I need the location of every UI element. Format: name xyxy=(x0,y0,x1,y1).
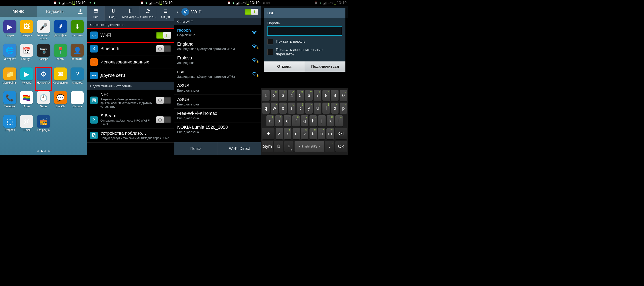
key-t[interactable]: t{ xyxy=(296,103,304,114)
app-chaton[interactable]: 💬ChatON xyxy=(52,91,69,114)
row-more-networks[interactable]: Другие сети xyxy=(87,69,174,82)
download-button[interactable] xyxy=(74,6,87,17)
key-h[interactable]: h♪ xyxy=(310,115,317,126)
settings-tab-0[interactable]: ния xyxy=(87,6,104,21)
key-2[interactable]: 2@ xyxy=(271,90,278,101)
app-галерея[interactable]: 🖼Галерея xyxy=(18,20,35,43)
cancel-button[interactable]: Отмена xyxy=(264,62,304,72)
app-часы[interactable]: 🕙Часы xyxy=(35,91,52,114)
key-y[interactable]: y} xyxy=(305,103,313,114)
key-9[interactable]: 9( xyxy=(331,90,339,101)
shift-key[interactable] xyxy=(262,128,274,139)
app-chrome[interactable]: ◉Chrome xyxy=(69,91,86,114)
period-key[interactable]: .… xyxy=(325,141,334,152)
key-1[interactable]: 1! xyxy=(262,90,270,101)
show-password-row[interactable]: Показать пароль xyxy=(267,39,342,45)
key-q[interactable]: q` xyxy=(262,103,270,114)
key-b[interactable]: b® xyxy=(310,128,317,139)
password-input[interactable] xyxy=(267,27,342,36)
row-sbeam[interactable]: S BeamОтправить файлы через NFC и Wi-Fi … xyxy=(87,111,174,129)
tab-widgets[interactable]: Виджеты xyxy=(37,6,74,17)
network-row[interactable]: nsdЗащищенная (Доступен протокол WPS)🔒 xyxy=(174,67,261,81)
key-n[interactable]: n¿ xyxy=(318,128,325,139)
key-a[interactable]: a| xyxy=(266,115,274,126)
nfc-toggle[interactable] xyxy=(156,97,171,104)
network-row[interactable]: FrolovaЗащищенная🔒 xyxy=(174,53,261,67)
key-c[interactable]: c÷ xyxy=(292,128,300,139)
key-j[interactable]: j• xyxy=(318,115,326,126)
app-телефон[interactable]: 📞Телефон xyxy=(1,91,18,114)
app-загрузки[interactable]: ⬇Загрузки xyxy=(69,20,86,43)
network-row[interactable]: racoonПодключено xyxy=(174,26,261,39)
row-bluetooth[interactable]: Bluetooth xyxy=(87,42,174,55)
app-fm-радио[interactable]: 📻FM-радио xyxy=(35,114,52,138)
app-e-mail[interactable]: @E-mail xyxy=(18,114,35,138)
row-wifi[interactable]: Wi-Fi xyxy=(87,29,174,42)
tab-menu[interactable]: Меню xyxy=(0,6,37,17)
app-камера[interactable]: 📷Камера xyxy=(35,43,52,67)
settings-tab-2[interactable]: Мое устро… xyxy=(122,6,139,21)
app-голосовой-поиск[interactable]: 🎤Голосовой поиск xyxy=(35,20,52,43)
space-key[interactable]: ◂ English(UK) ▸ xyxy=(294,141,324,152)
wifi-toggle[interactable] xyxy=(156,32,171,39)
ok-key[interactable]: OK xyxy=(336,141,347,152)
key-r[interactable]: r＼ xyxy=(288,103,296,114)
key-0[interactable]: 0) xyxy=(340,90,347,101)
row-nfc[interactable]: NFCРазрешить обмен данными при прикоснов… xyxy=(87,90,174,111)
app-карты[interactable]: 📍Карты xyxy=(52,43,69,67)
app-dropbox[interactable]: ⬚Dropbox xyxy=(1,114,18,138)
key-3[interactable]: 3# xyxy=(279,90,287,101)
key-d[interactable]: d€ xyxy=(284,115,291,126)
key-7[interactable]: 7& xyxy=(314,90,321,101)
network-row[interactable]: Free-Wi-Fi-KinomaxВне диапазона xyxy=(174,109,261,122)
key-k[interactable]: k※ xyxy=(327,115,334,126)
mic-key[interactable]: ⚙ xyxy=(284,141,294,152)
app-музыка[interactable]: ▶Музыка xyxy=(18,67,35,91)
sbeam-toggle[interactable] xyxy=(156,116,171,123)
key-8[interactable]: 8* xyxy=(322,90,330,101)
app-кальку-[interactable]: 📅Кальку… xyxy=(18,43,35,67)
connect-button[interactable]: Подключиться xyxy=(304,62,346,72)
row-data-usage[interactable]: Использование данных xyxy=(87,55,174,69)
app-мои-файлы[interactable]: 📁Мои файлы xyxy=(1,67,18,91)
key-u[interactable]: u[ xyxy=(314,103,321,114)
network-row[interactable]: EnglandЗащищенная (Доступен протокол WPS… xyxy=(174,39,261,53)
wifi-direct-button[interactable]: Wi-Fi Direct xyxy=(218,142,261,155)
network-row[interactable]: ASUSВне диапазона xyxy=(174,95,261,109)
backspace-key[interactable] xyxy=(335,128,348,139)
key-v[interactable]: v© xyxy=(301,128,308,139)
key-s[interactable]: s$ xyxy=(275,115,283,126)
key-z[interactable]: z_ xyxy=(276,128,283,139)
key-p[interactable]: p> xyxy=(340,103,347,114)
key-i[interactable]: i] xyxy=(322,103,330,114)
key-f[interactable]: f£ xyxy=(292,115,300,126)
advanced-params-row[interactable]: Показать дополнительные параметры xyxy=(267,48,342,57)
app-интернет[interactable]: 🌐Интернет xyxy=(1,43,18,67)
app-настройки[interactable]: ⚙Настройки xyxy=(35,67,52,91)
app-справка[interactable]: ?Справка xyxy=(69,67,86,91)
back-icon[interactable]: ‹ xyxy=(176,9,179,16)
key-l[interactable]: l¤ xyxy=(335,115,343,126)
settings-tab-3[interactable]: Учетные з… xyxy=(139,6,157,21)
key-6[interactable]: 6^ xyxy=(305,90,313,101)
app-видео[interactable]: ▶Видео xyxy=(1,20,18,43)
key-m[interactable]: m™ xyxy=(326,128,334,139)
settings-tab-1[interactable]: Под… xyxy=(104,6,122,21)
sym-key[interactable]: Sym xyxy=(262,141,273,152)
key-e[interactable]: e= xyxy=(279,103,287,114)
app-фото[interactable]: 🏳️‍🌈Фото xyxy=(18,91,35,114)
key-o[interactable]: o< xyxy=(331,103,339,114)
row-nearby[interactable]: Устройства поблизо…Общий доступ к файлам… xyxy=(87,128,174,142)
clipboard-key[interactable] xyxy=(274,141,283,152)
key-g[interactable]: g¥ xyxy=(301,115,308,126)
key-w[interactable]: w~ xyxy=(271,103,278,114)
app-контакты[interactable]: 👤Контакты xyxy=(69,43,86,67)
checkbox-icon[interactable] xyxy=(267,39,273,45)
wifi-master-toggle[interactable] xyxy=(245,9,258,15)
app-диктофон[interactable]: 🎙Диктофон xyxy=(52,20,69,43)
bluetooth-toggle[interactable] xyxy=(156,45,171,52)
key-x[interactable]: x± xyxy=(284,128,292,139)
key-5[interactable]: 5% xyxy=(296,90,304,101)
checkbox-icon[interactable] xyxy=(267,49,273,55)
app-сообщения[interactable]: ✉Сообщения xyxy=(52,67,69,91)
